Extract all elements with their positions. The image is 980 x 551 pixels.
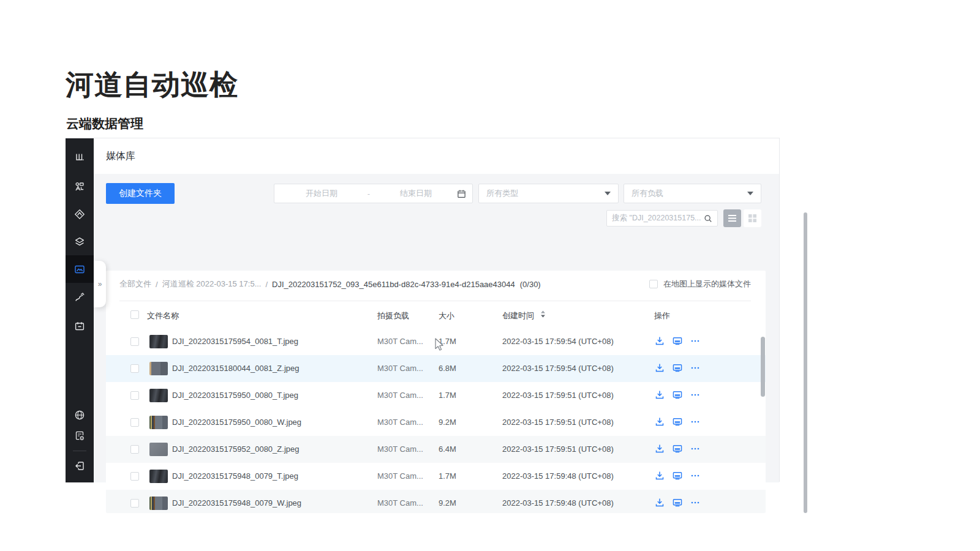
created-value: 2022-03-15 17:59:51 (UTC+08) [502, 444, 614, 454]
file-name[interactable]: DJI_20220315175950_0080_T.jpeg [172, 391, 298, 400]
table-row[interactable]: DJI_20220315175950_0080_W.jpeg M30T Cam.… [106, 409, 766, 436]
breadcrumb-folder[interactable]: 河道巡检 2022-03-15 17:5... [162, 279, 262, 290]
file-thumbnail[interactable] [149, 362, 168, 375]
col-header-created[interactable]: 创建时间 [502, 310, 546, 321]
size-value: 1.7M [439, 471, 456, 481]
sidebar-item-dock[interactable] [66, 143, 94, 171]
search-icon [704, 214, 712, 223]
map-filter-label: 在地图上显示的媒体文件 [663, 279, 751, 290]
breadcrumb-current: DJI_202203151752_093_45e611bd-d82c-4733-… [272, 280, 515, 289]
payload-value: M30T Cam... [377, 498, 423, 508]
file-name[interactable]: DJI_20220315180044_0081_Z.jpeg [172, 364, 299, 373]
grid-view-icon [748, 214, 757, 223]
breadcrumb-root[interactable]: 全部文件 [119, 279, 151, 290]
media-map-icon[interactable] [673, 390, 682, 400]
media-map-icon[interactable] [673, 363, 682, 373]
media-map-icon[interactable] [673, 336, 682, 346]
download-icon[interactable] [655, 363, 665, 373]
date-start-placeholder: 开始日期 [281, 188, 363, 199]
sidebar-item-logout[interactable] [66, 452, 94, 479]
download-icon[interactable] [655, 417, 665, 427]
more-actions-icon[interactable] [690, 417, 700, 427]
sidebar-item-plan[interactable] [66, 312, 94, 340]
sidebar-item-map[interactable] [66, 200, 94, 228]
media-map-icon[interactable] [673, 471, 682, 481]
download-icon[interactable] [655, 498, 665, 508]
sidebar-item-task-log[interactable] [66, 422, 94, 449]
payload-filter-select[interactable]: 所有负载 [624, 184, 761, 203]
sidebar-item-media-library[interactable] [66, 255, 94, 283]
more-actions-icon[interactable] [690, 471, 700, 481]
media-map-icon[interactable] [673, 417, 682, 427]
media-map-icon[interactable] [673, 444, 682, 454]
file-name[interactable]: DJI_20220315175948_0079_W.jpeg [172, 498, 301, 508]
table-row[interactable]: DJI_20220315175950_0080_T.jpeg M30T Cam.… [106, 382, 766, 409]
type-filter-select[interactable]: 所有类型 [478, 184, 619, 203]
create-folder-button[interactable]: 创建文件夹 [106, 183, 175, 204]
file-name[interactable]: DJI_20220315175950_0080_W.jpeg [172, 418, 301, 427]
page-scrollbar[interactable] [804, 212, 807, 513]
size-value: 1.7M [439, 391, 456, 400]
download-icon[interactable] [655, 471, 665, 481]
more-actions-icon[interactable] [690, 444, 700, 454]
search-input[interactable]: 搜索 "DJI_20220315175... [606, 210, 718, 227]
row-checkbox[interactable] [130, 337, 139, 346]
sidebar-item-devices[interactable] [66, 173, 94, 200]
col-header-created-label: 创建时间 [502, 311, 534, 320]
file-thumbnail[interactable] [149, 443, 168, 456]
row-checkbox[interactable] [130, 364, 139, 373]
row-checkbox[interactable] [130, 499, 139, 508]
date-range-picker[interactable]: 开始日期 - 结束日期 [274, 184, 473, 203]
more-actions-icon[interactable] [690, 390, 700, 400]
row-checkbox[interactable] [130, 445, 139, 454]
table-scrollbar[interactable] [761, 337, 765, 397]
globe-icon [74, 410, 85, 421]
file-thumbnail[interactable] [149, 470, 168, 483]
grid-view-button[interactable] [744, 209, 761, 227]
table-row[interactable]: DJI_20220315175952_0080_Z.jpeg M30T Cam.… [106, 436, 766, 463]
sidebar-expander[interactable]: » [94, 261, 106, 307]
file-thumbnail[interactable] [149, 497, 168, 510]
breadcrumb: 全部文件 / 河道巡检 2022-03-15 17:5... / DJI_202… [119, 278, 751, 290]
app-title: 媒体库 [106, 150, 135, 163]
sidebar-item-layers[interactable] [66, 228, 94, 255]
download-icon[interactable] [655, 444, 665, 454]
col-header-size: 大小 [439, 310, 454, 321]
media-map-icon[interactable] [673, 498, 682, 508]
row-checkbox[interactable] [130, 391, 139, 400]
app-topbar: 媒体库 [94, 138, 779, 174]
table-row[interactable]: DJI_20220315175948_0079_W.jpeg M30T Cam.… [106, 490, 766, 513]
more-actions-icon[interactable] [690, 336, 700, 346]
download-icon[interactable] [655, 336, 665, 346]
more-actions-icon[interactable] [690, 498, 700, 508]
download-icon[interactable] [655, 390, 665, 400]
map-filter-checkbox[interactable] [649, 280, 658, 288]
row-actions [655, 444, 700, 454]
file-thumbnail[interactable] [149, 335, 168, 348]
layers-icon [74, 236, 85, 247]
file-thumbnail[interactable] [149, 389, 168, 402]
table-row[interactable]: DJI_20220315180044_0081_Z.jpeg M30T Cam.… [106, 355, 766, 382]
row-checkbox[interactable] [130, 472, 139, 481]
size-value: 6.8M [439, 364, 456, 373]
sort-icon[interactable] [540, 310, 546, 318]
payload-value: M30T Cam... [377, 337, 423, 346]
map-filter-toggle[interactable]: 在地图上显示的媒体文件 [649, 279, 751, 290]
table-row[interactable]: DJI_20220315175954_0081_T.jpeg M30T Cam.… [106, 328, 766, 355]
size-value: 9.2M [439, 418, 456, 427]
file-name[interactable]: DJI_20220315175954_0081_T.jpeg [172, 337, 298, 346]
file-name[interactable]: DJI_20220315175952_0080_Z.jpeg [172, 444, 299, 454]
select-all-checkbox[interactable] [130, 310, 139, 319]
payload-value: M30T Cam... [377, 364, 423, 373]
list-view-button[interactable] [723, 209, 741, 227]
payload-value: M30T Cam... [377, 444, 423, 454]
sidebar-item-flight-route[interactable] [66, 283, 94, 311]
row-checkbox[interactable] [130, 418, 139, 427]
file-thumbnail[interactable] [149, 416, 168, 429]
selection-count: (0/30) [520, 280, 541, 289]
date-end-placeholder: 结束日期 [375, 188, 457, 199]
file-rows: DJI_20220315175954_0081_T.jpeg M30T Cam.… [106, 328, 766, 513]
table-row[interactable]: DJI_20220315175948_0079_T.jpeg M30T Cam.… [106, 463, 766, 490]
file-name[interactable]: DJI_20220315175948_0079_T.jpeg [172, 471, 298, 481]
more-actions-icon[interactable] [690, 363, 700, 373]
